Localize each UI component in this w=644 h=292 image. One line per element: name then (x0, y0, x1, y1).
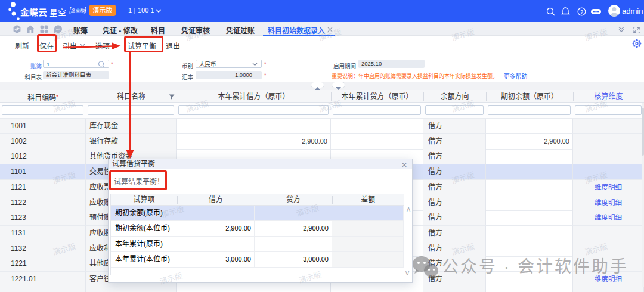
svg-text:?: ? (580, 9, 583, 15)
